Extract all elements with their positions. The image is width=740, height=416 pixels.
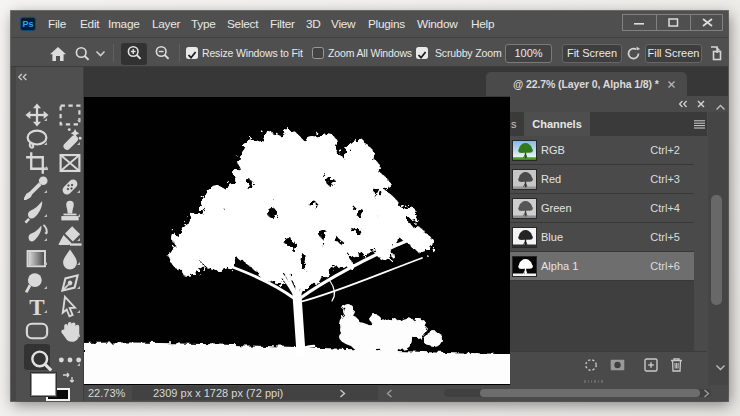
svg-text:T: T xyxy=(29,294,45,320)
